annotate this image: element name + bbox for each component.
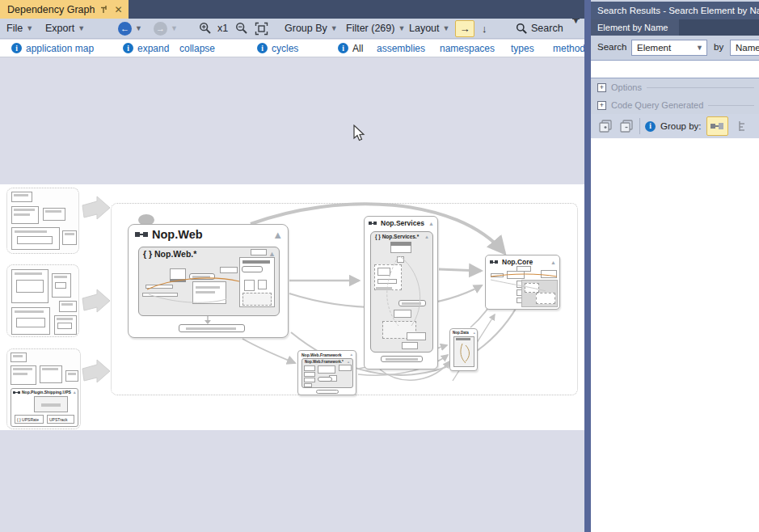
collapse-icon[interactable]: ▲ [350,353,353,357]
code-query-expander[interactable]: + Code Query Generated [591,96,759,114]
link-collapse[interactable]: collapse [179,40,215,57]
mini-node [11,192,32,202]
link-cycles[interactable]: icycles [257,40,298,57]
group-by-menu-button[interactable]: Group By▼ [285,19,338,38]
search-type-dropdown[interactable]: Element ▼ [631,40,707,56]
mini-node [453,336,474,367]
tab-dependency-graph[interactable]: Dependency Graph ✕ [0,0,129,19]
namespace-nop-web-framework[interactable]: Nop.Web.Framework.* ▲ [301,358,353,388]
plugin-cluster-ups[interactable]: Nop.Plugin.Shipping.UPS ▲ { } UPSRate UP… [6,348,81,429]
mouse-cursor [353,125,365,143]
node-nop-core[interactable]: Nop.Core ▲ [485,255,560,310]
chevron-down-icon: ▼ [443,24,450,32]
back-icon: ← [118,22,132,36]
options-expander[interactable]: + Options [591,78,759,96]
collapse-icon[interactable]: ▲ [272,230,283,240]
layout-horizontal-button[interactable]: → [455,20,474,37]
search-by-dropdown[interactable]: Name ▼ [730,40,759,56]
forward-icon: → [154,22,167,36]
panel-splitter[interactable] [584,0,591,532]
chevron-down-icon: ▼ [331,24,338,32]
referenced-node[interactable] [381,356,423,362]
search-button[interactable]: Search [516,19,563,38]
plus-icon[interactable]: + [597,101,606,110]
panel-results-body[interactable] [591,138,759,532]
node-upsrate[interactable]: { } UPSRate [15,415,44,424]
plus-icon[interactable]: + [597,83,606,92]
tab-element-by-name[interactable]: Element by Name [591,19,679,36]
plugin-cluster-2[interactable] [6,264,79,337]
search-query-input[interactable] [591,60,759,78]
fit-to-view-icon [255,22,268,36]
node-ups-assembly[interactable]: Nop.Plugin.Shipping.UPS ▲ { } UPSRate UP… [11,388,78,427]
info-icon: i [645,121,656,132]
mini-node [65,370,78,382]
navigate-back-button[interactable]: ←▼ [118,19,142,38]
by-label: by [714,42,723,52]
navigate-forward-button[interactable]: →▼ [154,19,178,38]
link-types[interactable]: types [511,40,534,57]
collapse-icon[interactable]: ▲ [424,234,429,239]
link-application-map[interactable]: iapplication map [11,40,94,57]
export-menu-button[interactable]: Export▼ [45,19,85,38]
link-assemblies[interactable]: assemblies [377,40,425,57]
assembly-icon [369,222,377,225]
link-expand[interactable]: iexpand [123,40,169,57]
collapse-icon[interactable]: ▲ [347,361,350,364]
zoom-in-button[interactable] [199,19,212,38]
panel-toolbar: i Group by: [591,114,759,138]
info-icon: i [338,43,348,53]
close-icon[interactable]: ✕ [114,5,122,15]
chevron-down-icon: ▼ [78,24,85,32]
node-nop-services[interactable]: Nop.Services ▲ { } Nop.Services.* ▲ [364,216,438,369]
fit-to-view-button[interactable] [255,19,268,38]
filter-menu-button[interactable]: Filter (269)▼ [346,19,405,38]
collapse-icon[interactable]: ▲ [550,260,556,265]
zoom-in-icon [199,22,212,35]
node-nop-data[interactable]: Nop.Data ▲ [449,328,478,371]
group-by-assembly-toggle[interactable] [706,116,728,136]
toolbar-overflow-button[interactable]: ▼ [572,19,580,38]
mini-node [54,315,77,335]
collapse-icon[interactable]: ▲ [73,391,77,395]
layout-vertical-button[interactable]: ↓ [482,19,487,38]
namespace-nop-web[interactable]: { } Nop.Web.* ▲ [138,247,280,316]
search-icon [516,23,528,35]
expand-all-button[interactable] [597,118,614,134]
collapse-icon[interactable]: ▲ [473,331,476,335]
zoom-out-button[interactable] [235,19,248,38]
referenced-node[interactable] [316,390,339,394]
graph-canvas[interactable]: Nop.Plugin.Shipping.UPS ▲ { } UPSRate UP… [0,57,584,532]
link-methods[interactable]: methods [553,40,584,57]
panel-title[interactable]: Search Results - Search Element by Name [591,2,759,19]
node-nop-web[interactable]: Nop.Web ▲ { } Nop.Web.* ▲ [128,224,289,338]
node-upstrack[interactable]: UPSTrack [47,415,74,424]
app-window: Dependency Graph ✕ File▼ Export▼ ←▼ →▼ [0,0,759,532]
divider [639,118,640,134]
namespace-nop-services[interactable]: { } Nop.Services.* ▲ [370,231,433,353]
node-label: Nop.Plugin.Shipping.UPS [22,390,71,395]
node-nop-web-framework[interactable]: Nop.Web.Framework ▲ Nop.Web.Framework.* … [297,350,356,395]
node-label: { } UPSRate [17,417,39,422]
collapse-icon[interactable]: ▲ [428,221,434,226]
mini-node [59,301,77,312]
mini-node [11,206,39,224]
plugin-cluster-1[interactable] [6,188,79,254]
referenced-node[interactable] [179,324,245,332]
mini-node [52,273,71,298]
link-namespaces[interactable]: namespaces [440,40,495,57]
pin-icon[interactable] [100,5,108,14]
layout-menu-button[interactable]: Layout▼ [409,19,449,38]
down-arrow-icon: ↓ [482,23,487,35]
assembly-icon [135,232,148,237]
chevron-down-icon: ▼ [696,44,703,52]
mini-node [11,227,60,250]
mini-node [34,396,68,412]
chevron-down-icon: ▼ [171,24,178,32]
chevron-down-icon: ▼ [572,19,580,23]
link-all[interactable]: iAll [338,40,363,57]
right-arrow-icon: → [460,23,470,35]
file-menu-button[interactable]: File▼ [6,19,33,38]
collapse-all-button[interactable] [618,118,635,134]
group-by-namespace-toggle[interactable] [733,116,755,136]
